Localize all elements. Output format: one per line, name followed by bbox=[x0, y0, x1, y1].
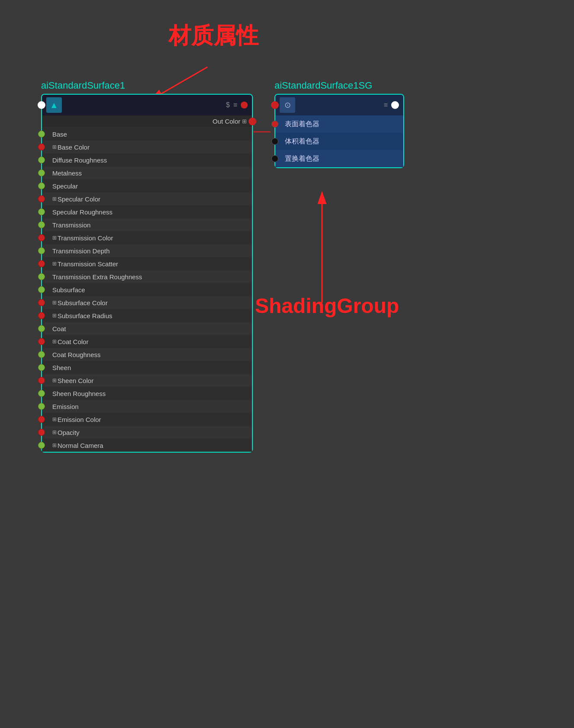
attr-row: Coat bbox=[42, 322, 252, 335]
out-color-row: Out Color ⊞ bbox=[42, 115, 252, 128]
attr-name-label: Subsurface bbox=[52, 286, 85, 294]
attr-left-dot[interactable] bbox=[38, 312, 45, 319]
attr-name-label: Diffuse Roughness bbox=[52, 156, 107, 164]
right-node-title: aiStandardSurface1SG bbox=[274, 80, 404, 91]
attr-expand-icon[interactable]: ⊞ bbox=[52, 261, 57, 267]
attr-left-dot[interactable] bbox=[38, 234, 45, 241]
attr-name-label: Transmission Depth bbox=[52, 247, 110, 255]
page-title: 材质属性 bbox=[169, 21, 258, 51]
attr-expand-icon[interactable]: ⊞ bbox=[52, 196, 57, 202]
attr-name-label: Specular bbox=[52, 182, 78, 190]
right-header-right-connector[interactable] bbox=[391, 101, 399, 109]
attr-name-label: Specular Roughness bbox=[52, 208, 112, 216]
attr-left-dot[interactable] bbox=[38, 182, 45, 189]
left-node-box: ▲ $ ≡ Out Color ⊞ Base⊞ Base ColorDiffus… bbox=[41, 94, 253, 453]
attr-row: Subsurface bbox=[42, 283, 252, 296]
attr-left-dot[interactable] bbox=[38, 377, 45, 384]
attr-left-dot[interactable] bbox=[38, 286, 45, 293]
attr-left-dot[interactable] bbox=[38, 273, 45, 280]
attr-left-dot[interactable] bbox=[38, 221, 45, 228]
right-lines-icon[interactable]: ≡ bbox=[384, 101, 388, 109]
attr-left-dot[interactable] bbox=[38, 364, 45, 371]
header-right-connector[interactable] bbox=[241, 102, 248, 109]
attr-left-dot[interactable] bbox=[38, 416, 45, 423]
attr-name-label: Coat Roughness bbox=[52, 351, 101, 358]
attr-row: ⊞ Sheen Color bbox=[42, 374, 252, 387]
right-header-left-connector[interactable] bbox=[271, 101, 279, 109]
attr-expand-icon[interactable]: ⊞ bbox=[52, 300, 57, 306]
attr-left-dot[interactable] bbox=[38, 403, 45, 410]
attr-expand-icon[interactable]: ⊞ bbox=[52, 377, 57, 383]
dollar-icon[interactable]: $ bbox=[226, 101, 230, 109]
sg-icon: ⊙ bbox=[280, 97, 295, 113]
attr-left-dot[interactable] bbox=[38, 325, 45, 332]
shading-group-label: ShadingGroup bbox=[255, 294, 399, 318]
attr-left-dot[interactable] bbox=[38, 351, 45, 358]
attribute-list: Base⊞ Base ColorDiffuse RoughnessMetalne… bbox=[42, 128, 252, 452]
attr-name-label: Emission Color bbox=[57, 416, 101, 423]
attr-name-label: Emission bbox=[52, 403, 79, 410]
attr-left-dot[interactable] bbox=[38, 144, 45, 150]
attr-row: Coat Roughness bbox=[42, 348, 252, 361]
attr-name-label: Sheen Color bbox=[57, 377, 93, 384]
attr-left-dot[interactable] bbox=[38, 338, 45, 345]
attr-row: ⊞ Transmission Scatter bbox=[42, 257, 252, 270]
attr-row: Sheen bbox=[42, 361, 252, 374]
header-icons: $ ≡ bbox=[226, 101, 248, 109]
attr-row: ⊞ Specular Color bbox=[42, 192, 252, 205]
attr-name-label: Specular Color bbox=[57, 195, 100, 203]
attr-expand-icon[interactable]: ⊞ bbox=[52, 313, 57, 319]
out-color-expand[interactable]: ⊞ bbox=[242, 118, 247, 125]
attr-left-dot[interactable] bbox=[38, 442, 45, 449]
attr-left-dot[interactable] bbox=[38, 169, 45, 176]
right-node-box: ⊙ ≡ 表面着色器体积着色器置换着色器 bbox=[274, 94, 404, 168]
attr-row: Emission bbox=[42, 400, 252, 413]
attr-row: Specular Roughness bbox=[42, 205, 252, 218]
left-node: aiStandardSurface1 ▲ $ ≡ Out Color ⊞ Bas… bbox=[41, 80, 253, 453]
attr-left-dot[interactable] bbox=[38, 390, 45, 397]
sg-attr-name-label: 体积着色器 bbox=[285, 137, 319, 146]
attr-row: ⊞ Emission Color bbox=[42, 413, 252, 426]
attr-left-dot[interactable] bbox=[38, 195, 45, 202]
left-node-title: aiStandardSurface1 bbox=[41, 80, 253, 91]
attr-expand-icon[interactable]: ⊞ bbox=[52, 442, 57, 448]
right-header-left-section: ⊙ bbox=[280, 97, 295, 113]
attr-left-dot[interactable] bbox=[38, 208, 45, 215]
attr-row: Transmission Depth bbox=[42, 244, 252, 257]
attr-expand-icon[interactable]: ⊞ bbox=[52, 235, 57, 241]
lines-icon[interactable]: ≡ bbox=[233, 101, 237, 109]
attr-name-label: Coat bbox=[52, 325, 66, 332]
attr-row: ⊞ Normal Camera bbox=[42, 439, 252, 452]
right-node-header: ⊙ ≡ bbox=[275, 95, 403, 115]
header-left-connector[interactable] bbox=[38, 101, 45, 109]
sg-attr-row: 体积着色器 bbox=[275, 133, 403, 150]
attr-expand-icon[interactable]: ⊞ bbox=[52, 144, 57, 150]
attr-expand-icon[interactable]: ⊞ bbox=[52, 429, 57, 435]
attr-row: Specular bbox=[42, 179, 252, 192]
sg-left-dot[interactable] bbox=[271, 121, 278, 128]
out-color-label: Out Color bbox=[213, 118, 240, 125]
out-color-connector[interactable] bbox=[249, 118, 256, 125]
sg-attr-name-label: 表面着色器 bbox=[285, 120, 319, 129]
attr-row: ⊞ Subsurface Radius bbox=[42, 309, 252, 322]
attr-row: Transmission bbox=[42, 218, 252, 231]
header-left-section: ▲ bbox=[46, 97, 62, 113]
attr-name-label: Transmission Color bbox=[57, 234, 113, 242]
sg-left-dot[interactable] bbox=[271, 155, 278, 162]
attr-row: ⊞ Base Color bbox=[42, 140, 252, 153]
attr-left-dot[interactable] bbox=[38, 299, 45, 306]
attr-left-dot[interactable] bbox=[38, 260, 45, 267]
attr-left-dot[interactable] bbox=[38, 156, 45, 163]
sg-left-dot[interactable] bbox=[271, 138, 278, 145]
arnold-icon: ▲ bbox=[46, 97, 62, 113]
attr-name-label: Subsurface Color bbox=[57, 299, 108, 307]
attr-row: ⊞ Subsurface Color bbox=[42, 296, 252, 309]
attr-expand-icon[interactable]: ⊞ bbox=[52, 338, 57, 345]
attr-left-dot[interactable] bbox=[38, 429, 45, 436]
attr-left-dot[interactable] bbox=[38, 131, 45, 137]
attr-row: ⊞ Transmission Color bbox=[42, 231, 252, 244]
attr-row: Diffuse Roughness bbox=[42, 153, 252, 166]
attr-left-dot[interactable] bbox=[38, 247, 45, 254]
attr-name-label: Coat Color bbox=[57, 338, 89, 345]
attr-expand-icon[interactable]: ⊞ bbox=[52, 416, 57, 422]
